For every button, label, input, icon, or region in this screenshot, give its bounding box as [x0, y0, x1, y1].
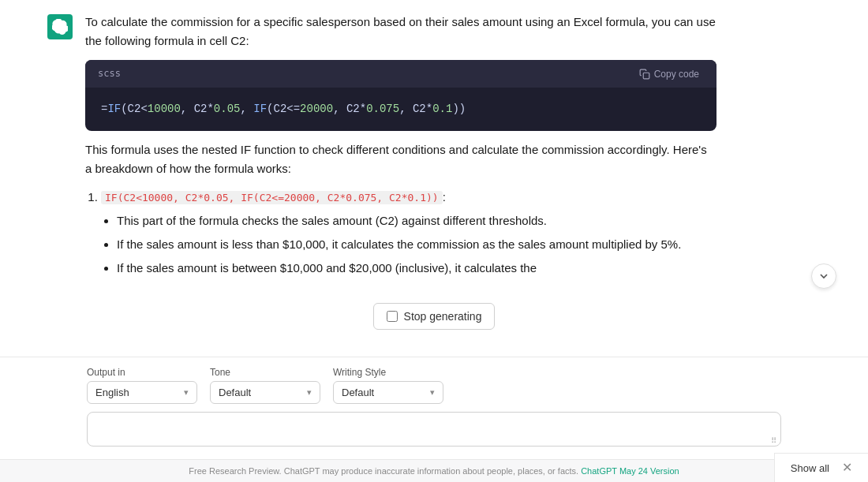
list-item-1: IF(C2<10000, C2*0.05, IF(C2<=20000, C2*0… — [101, 188, 716, 278]
stop-generating-button[interactable]: Stop generating — [373, 303, 496, 330]
copy-code-button[interactable]: Copy code — [634, 67, 704, 81]
output-in-arrow: ▾ — [184, 387, 189, 398]
tone-value: Default — [219, 387, 251, 398]
resize-handle[interactable]: ⠿ — [771, 436, 776, 445]
footer-bar: Free Research Preview. ChatGPT may produ… — [0, 459, 868, 482]
controls-row: Output in English ▾ Tone Default ▾ Writi… — [87, 367, 781, 404]
show-all-bar: Show all ✕ — [774, 453, 868, 482]
footer-link[interactable]: ChatGPT May 24 Version — [581, 466, 679, 476]
output-in-group: Output in English ▾ — [87, 367, 197, 404]
code-lang: scss — [98, 66, 121, 81]
textarea-wrapper: ⠿ — [87, 412, 781, 450]
bullet-item-1: This part of the formula checks the sale… — [117, 211, 716, 230]
output-in-select[interactable]: English ▾ — [87, 381, 197, 404]
writing-style-value: Default — [342, 387, 374, 398]
close-button[interactable]: ✕ — [842, 461, 852, 474]
stop-checkbox[interactable] — [387, 311, 398, 322]
writing-style-group: Writing Style Default ▾ — [333, 367, 443, 404]
code-block-header: scss Copy code — [85, 60, 716, 88]
tone-group: Tone Default ▾ — [210, 367, 320, 404]
message-body: To calculate the commission for a specif… — [85, 13, 716, 284]
writing-style-label: Writing Style — [333, 367, 443, 378]
message-intro: To calculate the commission for a specif… — [85, 13, 716, 50]
stop-bar: Stop generating — [0, 297, 868, 336]
code-block: scss Copy code =IF(C2<10000, C2*0.05, IF… — [85, 60, 716, 131]
breakdown-intro: This formula uses the nested IF function… — [85, 140, 716, 178]
bullet-list: This part of the formula checks the sale… — [101, 211, 716, 278]
writing-style-select[interactable]: Default ▾ — [333, 381, 443, 404]
stop-label: Stop generating — [404, 310, 482, 323]
copy-code-label: Copy code — [654, 69, 699, 80]
show-all-button[interactable]: Show all — [791, 462, 829, 474]
formula-inline-code: IF(C2<10000, C2*0.05, IF(C2<=20000, C2*0… — [101, 191, 443, 204]
formula-breakdown-list: IF(C2<10000, C2*0.05, IF(C2<=20000, C2*0… — [85, 188, 716, 278]
tone-arrow: ▾ — [307, 387, 312, 398]
scroll-down-button[interactable] — [811, 263, 836, 289]
output-in-value: English — [95, 387, 129, 398]
svg-rect-0 — [643, 73, 649, 79]
bullet-item-2: If the sales amount is less than $10,000… — [117, 235, 716, 254]
avatar — [47, 14, 73, 39]
message-input[interactable] — [87, 412, 781, 447]
tone-select[interactable]: Default ▾ — [210, 381, 320, 404]
code-content: =IF(C2<10000, C2*0.05, IF(C2<=20000, C2*… — [85, 88, 716, 130]
output-in-label: Output in — [87, 367, 197, 378]
footer-text: Free Research Preview. ChatGPT may produ… — [189, 466, 578, 476]
input-panel: Output in English ▾ Tone Default ▾ Writi… — [0, 357, 868, 459]
bullet-item-3: If the sales amount is between $10,000 a… — [117, 259, 716, 278]
tone-label: Tone — [210, 367, 320, 378]
assistant-message: To calculate the commission for a specif… — [0, 0, 868, 297]
writing-style-arrow: ▾ — [430, 387, 435, 398]
